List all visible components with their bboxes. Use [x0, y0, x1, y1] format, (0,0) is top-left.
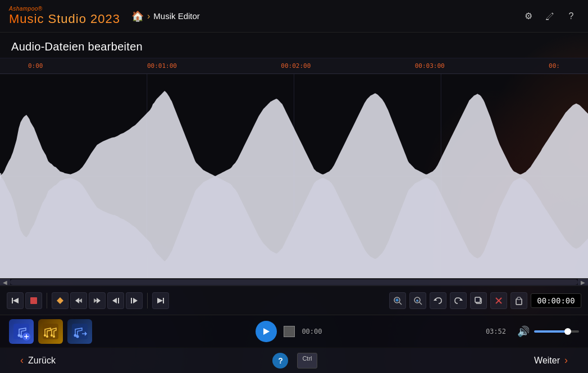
svg-point-44 — [51, 334, 53, 337]
current-time-label: 00:00 — [302, 328, 322, 335]
horizontal-scrollbar[interactable]: ◀ ▶ — [0, 278, 588, 285]
waveform-area[interactable] — [0, 74, 588, 278]
help-button[interactable]: ? — [563, 8, 579, 24]
play-button[interactable] — [256, 321, 277, 342]
svg-rect-19 — [163, 298, 164, 303]
copy-button[interactable] — [470, 292, 487, 309]
svg-rect-46 — [72, 324, 88, 339]
svg-marker-9 — [57, 297, 63, 304]
svg-point-45 — [53, 335, 55, 338]
svg-line-25 — [420, 302, 422, 305]
zoom-speech-button[interactable] — [409, 292, 426, 309]
svg-marker-18 — [157, 298, 163, 303]
add-audio-button[interactable] — [9, 319, 34, 344]
marker-button[interactable] — [52, 292, 69, 309]
time-mark-1: 00:01:00 — [147, 62, 177, 70]
svg-point-43 — [46, 335, 48, 338]
app-title: Music Studio 2023 — [9, 12, 120, 26]
time-display: 00:00:00 — [531, 293, 581, 308]
volume-slider[interactable] — [534, 330, 579, 333]
toolbar-sep-2 — [147, 293, 148, 308]
svg-point-26 — [416, 300, 418, 302]
main-content: Audio-Dateien bearbeiten 0:00 00:01:00 0… — [0, 33, 588, 373]
delete-button[interactable] — [490, 292, 507, 309]
time-mark-2: 00:02:00 — [281, 62, 311, 70]
svg-point-42 — [44, 334, 46, 337]
zoom-in-button[interactable] — [389, 292, 406, 309]
page-title: Audio-Dateien bearbeiten — [11, 40, 577, 53]
nav-bar: ‹ Zurück ? Ctrl Weiter › — [0, 347, 588, 373]
volume-thumb[interactable] — [564, 328, 571, 335]
waveform-container[interactable]: 0:00 00:01:00 00:02:00 00:03:00 00: — [0, 58, 588, 285]
prev-marker-button[interactable] — [107, 292, 124, 309]
time-mark-4: 00: — [549, 62, 560, 70]
edit-button[interactable] — [542, 8, 558, 24]
help-button-nav[interactable]: ? — [272, 353, 288, 369]
svg-rect-0 — [546, 19, 549, 20]
svg-marker-14 — [112, 298, 117, 303]
title-bar: Ashampoo® Music Studio 2023 🏠 › Musik Ed… — [0, 0, 588, 33]
play-controls: 00:00 — [98, 321, 480, 342]
breadcrumb-page: Musik Editor — [153, 11, 200, 21]
timeline-markers: 0:00 00:01:00 00:02:00 00:03:00 00: — [28, 62, 560, 70]
undo-button[interactable] — [430, 292, 446, 309]
svg-point-48 — [76, 335, 79, 338]
app-logo: Ashampoo® Music Studio 2023 — [9, 6, 120, 26]
marker-toolbar-group — [52, 292, 143, 309]
nav-center: ? Ctrl — [65, 353, 525, 369]
stop-button[interactable] — [25, 292, 42, 309]
svg-marker-10 — [75, 298, 79, 303]
file-buttons — [9, 319, 92, 344]
back-label: Zurück — [28, 356, 56, 366]
forward-arrow-icon: › — [564, 354, 568, 366]
time-mark-0: 0:00 — [28, 62, 43, 70]
redo-button[interactable] — [450, 292, 467, 309]
bottom-bar: 00:00 03:52 🔊 — [0, 315, 588, 347]
svg-rect-15 — [118, 298, 119, 303]
export-audio-button[interactable] — [67, 319, 92, 344]
forward-label: Weiter — [534, 356, 560, 366]
toolbar-sep-1 — [47, 293, 47, 308]
home-icon[interactable]: 🏠 — [131, 10, 144, 22]
svg-marker-51 — [263, 328, 270, 335]
svg-line-21 — [399, 302, 402, 305]
settings-button[interactable]: ⚙ — [521, 8, 536, 24]
time-mark-3: 00:03:00 — [415, 62, 445, 70]
paste-button[interactable] — [510, 292, 527, 309]
next-region-button[interactable] — [89, 292, 106, 309]
total-duration-label: 03:52 — [486, 328, 506, 335]
svg-rect-30 — [475, 297, 480, 302]
toolbar: 00:00:00 — [0, 285, 588, 315]
split-audio-button[interactable] — [38, 319, 63, 344]
svg-rect-17 — [131, 298, 132, 303]
back-button[interactable]: ‹ Zurück — [11, 350, 65, 371]
svg-marker-7 — [13, 298, 19, 303]
svg-marker-12 — [97, 298, 101, 303]
playback-toolbar-group — [7, 292, 42, 309]
scroll-right-button[interactable]: ▶ — [578, 279, 588, 285]
scroll-left-button[interactable]: ◀ — [0, 279, 10, 285]
back-arrow-icon: ‹ — [20, 354, 24, 366]
timeline-ruler: 0:00 00:01:00 00:02:00 00:03:00 00: — [0, 58, 588, 74]
forward-nav-button[interactable]: Weiter › — [525, 350, 577, 371]
page-header: Audio-Dateien bearbeiten — [0, 33, 588, 58]
waveform-svg — [0, 74, 588, 278]
volume-control: 🔊 — [517, 325, 579, 338]
scroll-thumb[interactable] — [10, 279, 578, 285]
next-marker-button[interactable] — [126, 292, 143, 309]
skip-to-start-button[interactable] — [7, 292, 24, 309]
svg-rect-34 — [517, 297, 521, 300]
ctrl-badge: Ctrl — [297, 353, 317, 369]
stop-small-button[interactable] — [284, 326, 295, 337]
app-brand: Ashampoo® — [9, 6, 120, 12]
title-actions: ⚙ ? — [521, 8, 579, 24]
prev-region-button[interactable] — [70, 292, 87, 309]
svg-marker-16 — [133, 298, 138, 303]
svg-rect-6 — [12, 298, 13, 303]
forward-button[interactable] — [152, 292, 169, 309]
volume-icon[interactable]: 🔊 — [517, 325, 530, 338]
svg-point-37 — [20, 335, 23, 338]
toolbar-right: 00:00:00 — [389, 292, 581, 309]
svg-rect-8 — [30, 297, 37, 304]
breadcrumb: 🏠 › Musik Editor — [131, 10, 521, 22]
